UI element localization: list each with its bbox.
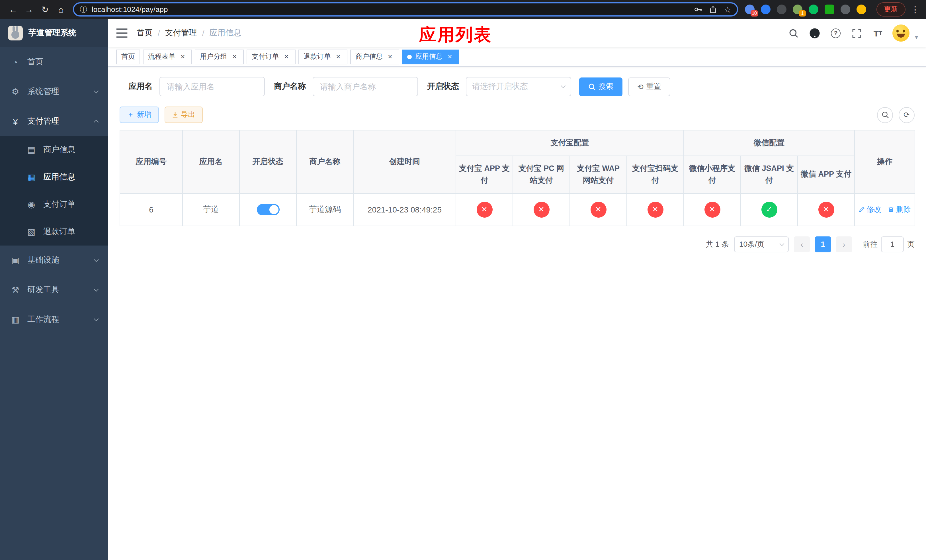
sidebar-item-refund-order[interactable]: ▧ 退款订单	[0, 218, 108, 245]
next-page-button[interactable]: ›	[836, 236, 852, 252]
sidebar-item-label: 商户信息	[43, 145, 75, 155]
sidebar-item-label: 首页	[27, 57, 43, 67]
tab-label: 流程表单	[148, 52, 176, 62]
page-size-select[interactable]: 10条/页	[734, 236, 789, 252]
github-icon[interactable]	[808, 27, 821, 39]
extension-4-icon[interactable]: 1	[793, 5, 802, 14]
tab-merchant-info[interactable]: 商户信息✕	[350, 49, 399, 64]
sidebar-item-merchant-info[interactable]: ▤ 商户信息	[0, 136, 108, 163]
dashboard-icon: ◔	[10, 57, 21, 67]
tab-label: 支付订单	[252, 52, 279, 62]
sidebar-item-payment[interactable]: ¥ 支付管理	[0, 106, 108, 136]
tab-home[interactable]: 首页	[116, 49, 140, 64]
user-avatar[interactable]	[893, 24, 910, 42]
status-select[interactable]: 请选择开启状态	[466, 77, 571, 96]
search-button[interactable]: 搜索	[579, 77, 622, 96]
merchant-card-icon: ▤	[26, 145, 36, 155]
col-alipay-qr: 支付宝扫码支付	[627, 156, 684, 193]
navbar-tools: ? TT ▾	[787, 24, 918, 42]
extension-5-icon[interactable]	[809, 5, 819, 14]
status-toggle[interactable]	[257, 204, 279, 215]
sidebar-item-workflow[interactable]: ▥ 工作流程	[0, 305, 108, 334]
goto-page-input[interactable]	[881, 236, 904, 252]
sidebar-item-devtools[interactable]: ⚒ 研发工具	[0, 275, 108, 305]
cell-app-name: 芋道	[183, 194, 239, 226]
export-button[interactable]: 导出	[164, 106, 203, 123]
app-logo-row[interactable]: 芋道管理系统	[0, 19, 108, 47]
hide-search-button[interactable]	[877, 107, 893, 123]
sidebar-item-infra[interactable]: ▣ 基础设施	[0, 245, 108, 275]
close-icon[interactable]: ✕	[386, 53, 394, 61]
sidebar-menu: ◔ 首页 ⚙ 系统管理 ¥ 支付管理 ▤ 商户信息 ▦ 应用信息	[0, 47, 108, 334]
export-button-label: 导出	[181, 110, 195, 120]
status-badge: ✕	[704, 202, 720, 218]
close-icon[interactable]: ✕	[283, 53, 291, 61]
home-icon[interactable]: ⌂	[53, 2, 68, 17]
sidebar-toggle-icon[interactable]	[116, 29, 127, 38]
share-icon[interactable]	[709, 5, 717, 14]
goto-page: 前往 页	[863, 236, 915, 252]
delete-link[interactable]: 删除	[888, 204, 911, 215]
cell-alipay-wap: ✕	[570, 194, 627, 226]
delete-link-label: 删除	[896, 204, 911, 215]
extension-8-icon[interactable]	[856, 5, 866, 14]
help-icon[interactable]: ?	[829, 27, 842, 39]
refresh-table-button[interactable]: ⟳	[899, 107, 915, 123]
tab-pay-order[interactable]: 支付订单✕	[247, 49, 295, 64]
edit-link[interactable]: 修改	[858, 204, 881, 215]
browser-update-button[interactable]: 更新	[876, 2, 905, 17]
reset-button[interactable]: ⟲ 重置	[628, 77, 670, 96]
bookmark-star-icon[interactable]: ☆	[724, 5, 731, 14]
status-label: 开启状态	[427, 82, 459, 92]
sidebar-item-system[interactable]: ⚙ 系统管理	[0, 77, 108, 106]
breadcrumb-home[interactable]: 首页	[137, 28, 153, 38]
merchant-name-input[interactable]	[313, 77, 418, 96]
extension-6-icon[interactable]	[825, 5, 834, 14]
browser-menu-icon[interactable]: ⋮	[910, 4, 920, 15]
sidebar-item-app-info[interactable]: ▦ 应用信息	[0, 163, 108, 191]
prev-page-button[interactable]: ‹	[794, 236, 810, 252]
forward-icon[interactable]: →	[22, 2, 36, 17]
sidebar-item-label: 应用信息	[43, 172, 75, 182]
cell-wx-app: ✕	[797, 194, 855, 226]
page-number-1[interactable]: 1	[815, 236, 831, 252]
extension-7-icon[interactable]	[841, 5, 850, 14]
sidebar-item-label: 工作流程	[27, 315, 59, 325]
address-bar[interactable]: ⓘ localhost:1024/pay/app ☆	[73, 2, 738, 17]
breadcrumb-payment[interactable]: 支付管理	[165, 28, 197, 38]
user-menu-caret-icon[interactable]: ▾	[915, 33, 918, 41]
sidebar-item-pay-order[interactable]: ◉ 支付订单	[0, 191, 108, 218]
search-icon[interactable]	[787, 27, 800, 39]
fullscreen-icon[interactable]	[850, 27, 863, 39]
site-info-icon[interactable]: ⓘ	[80, 4, 87, 15]
font-size-icon[interactable]: TT	[872, 27, 884, 39]
close-icon[interactable]: ✕	[231, 53, 239, 61]
col-merchant: 商户名称	[297, 130, 353, 194]
app-grid-icon: ▦	[26, 172, 36, 182]
back-icon[interactable]: ←	[6, 2, 21, 17]
close-icon[interactable]: ✕	[446, 53, 454, 61]
password-key-icon[interactable]	[694, 5, 702, 14]
close-icon[interactable]: ✕	[179, 53, 187, 61]
reload-icon[interactable]: ↻	[38, 2, 52, 17]
tab-app-info[interactable]: 应用信息✕	[402, 49, 459, 64]
tab-refund-order[interactable]: 退款订单✕	[298, 49, 347, 64]
app-name-input[interactable]	[159, 77, 265, 96]
tab-label: 商户信息	[356, 52, 383, 62]
extension-1-icon[interactable]: 10	[745, 5, 755, 14]
chevron-down-icon	[780, 241, 784, 246]
tab-user-group[interactable]: 用户分组✕	[195, 49, 244, 64]
status-badge: ✕	[533, 202, 549, 218]
close-icon[interactable]: ✕	[334, 53, 342, 61]
col-group-alipay: 支付宝配置	[456, 130, 684, 156]
chevron-up-icon	[94, 120, 99, 124]
extension-3-icon[interactable]	[777, 5, 787, 14]
add-button[interactable]: ＋ 新增	[120, 106, 159, 123]
status-badge: ✕	[818, 202, 834, 218]
search-button-label: 搜索	[599, 82, 613, 92]
col-wx-app: 微信 APP 支付	[797, 156, 855, 193]
infra-icon: ▣	[10, 255, 21, 265]
sidebar-item-home[interactable]: ◔ 首页	[0, 47, 108, 77]
tab-process-form[interactable]: 流程表单✕	[143, 49, 192, 64]
extension-2-icon[interactable]	[761, 5, 770, 14]
